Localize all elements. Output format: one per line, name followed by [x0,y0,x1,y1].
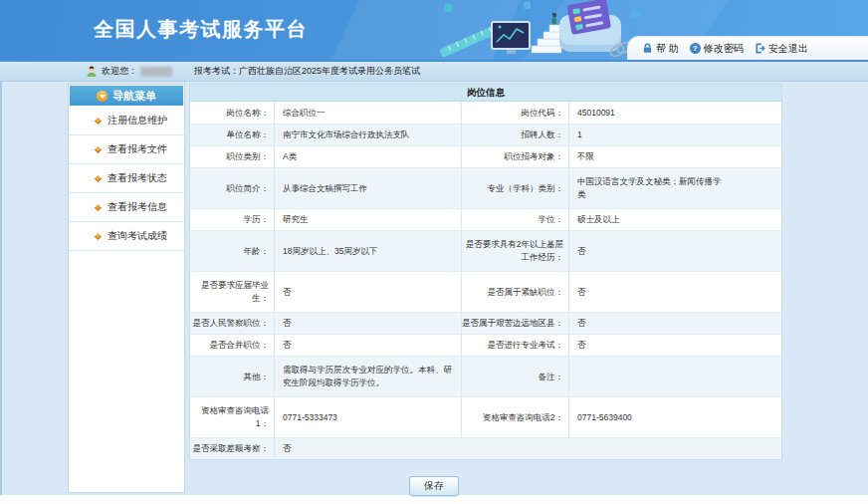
field-label: 学位： [461,209,568,230]
change-password-link[interactable]: ? 修改密码 [690,42,744,56]
field-label: 岗位名称： [190,102,274,124]
footer-strip [0,495,868,504]
table-row: 年龄： 18周岁以上、35周岁以下 是否要求具有2年以上基层工作经历： 否 [190,230,781,271]
table-row: 学历： 研究生 学位： 硕士及以上 [190,208,781,230]
sidebar: 导航菜单 注册信息维护 查看报考文件 查看报考状态 查看报考信息 查询考试成绩 [68,84,185,493]
field-label: 其他： [190,357,274,396]
stairs-icon [532,25,561,53]
field-label: 学历： [190,209,274,230]
person-icon [552,13,557,25]
menu-bullet-icon [95,232,102,239]
field-label: 职位招考对象： [461,146,568,167]
field-value: 否 [568,272,781,312]
sidebar-item-label: 查询考试成绩 [108,229,167,243]
field-value [568,357,781,396]
field-value: 综合职位一 [274,102,461,124]
table-row: 是否合并职位： 否 是否进行专业考试： 否 [190,334,781,356]
field-label: 备注： [461,357,568,396]
page-title: 全国人事考试服务平台 [94,16,308,43]
job-info-panel: 岗位信息 岗位名称： 综合职位一 岗位代码： 45010091 单位名称： 南宁… [189,84,782,460]
help-link-label: 帮 助 [656,42,679,56]
sidebar-item-label: 查看报考状态 [108,171,167,185]
table-row: 其他： 需取得与学历层次专业对应的学位。本科、研究生阶段均取得学历学位。 备注： [190,356,781,396]
sidebar-item[interactable]: 查看报考文件 [69,135,184,164]
table-row: 资格审查咨询电话1： 0771-5333473 资格审查咨询电话2： 0771-… [190,396,781,437]
cube-icon [523,1,531,9]
save-button[interactable]: 保存 [409,476,459,496]
field-value: 1 [568,125,781,145]
help-link[interactable]: 帮 助 [642,42,679,56]
sidebar-item[interactable]: 查看报考信息 [69,193,184,222]
menu-bullet-icon [95,203,102,210]
table-row: 单位名称： 南宁市文化市场综合行政执法支队 招聘人数： 1 [190,124,781,145]
cube-icon [443,3,453,13]
utility-bar: 帮 助 ? 修改密码 安全退出 [627,36,868,60]
logout-link[interactable]: 安全退出 [755,42,808,56]
field-value: 否 [274,335,461,356]
logout-label: 安全退出 [768,42,808,56]
sidebar-title: 导航菜单 [112,89,156,104]
exam-label: 报考考试： [194,66,239,76]
table-row: 是否采取差额考察： 否 [190,437,781,459]
sidebar-menu: 注册信息维护 查看报考文件 查看报考状态 查看报考信息 查询考试成绩 [69,107,184,251]
job-info-table: 岗位名称： 综合职位一 岗位代码： 45010091 单位名称： 南宁市文化市场… [190,102,781,459]
field-value: 从事综合文稿撰写工作 [274,168,461,208]
field-label: 招聘人数： [461,125,568,145]
table-row: 岗位名称： 综合职位一 岗位代码： 45010091 [190,102,781,124]
menu-bullet-icon [95,174,102,181]
field-value: 研究生 [274,209,461,230]
field-label: 资格审查咨询电话2： [461,397,568,437]
field-value: 否 [568,313,781,334]
lock-icon [642,43,653,54]
welcome-greeting-label: 欢迎您： [102,65,137,78]
exam-name: 广西壮族自治区2025年度考试录用公务员笔试 [239,66,420,76]
field-label: 是否合并职位： [190,335,274,356]
field-value: 硕士及以上 [568,209,781,230]
cube-icon [630,9,642,21]
table-row: 职位简介： 从事综合文稿撰写工作 专业（学科）类别： 中国汉语言文学及文秘类；新… [190,167,781,208]
field-label: 单位名称： [190,125,274,145]
page: 全国人事考试服务平台 [0,0,868,504]
user-name-redacted [140,67,172,77]
field-value: 南宁市文化市场综合行政执法支队 [274,125,461,145]
field-value: 否 [568,231,781,271]
field-value: 0771-5639400 [568,397,781,437]
avatar-icon [86,65,98,78]
welcome-bar: 欢迎您： 报考考试：广西壮族自治区2025年度考试录用公务员笔试 [0,62,868,82]
exit-icon [755,43,765,54]
field-label: 是否属于紧缺职位： [461,272,568,312]
question-icon: ? [690,43,701,54]
field-label: 是否要求应届毕业生： [190,272,274,312]
field-label: 是否人民警察职位： [190,313,274,334]
field-label: 是否进行专业考试： [461,335,568,356]
field-value: A类 [274,146,461,167]
field-value: 中国汉语言文学及文秘类；新闻传播学类 [568,168,781,208]
field-value: 需取得与学历层次专业对应的学位。本科、研究生阶段均取得学历学位。 [274,357,461,396]
table-caption: 岗位信息 [190,85,781,102]
change-password-label: 修改密码 [704,42,744,56]
table-row: 职位类别： A类 职位招考对象： 不限 [190,145,781,167]
nav-menu-icon [97,91,108,102]
menu-bullet-icon [95,117,102,124]
field-label: 岗位代码： [461,102,568,124]
field-label: 是否属于艰苦边远地区县： [461,313,568,334]
isometric-scene-graphic [436,0,650,62]
sidebar-item[interactable]: 注册信息维护 [69,107,184,135]
sidebar-item-label: 查看报考文件 [108,142,167,156]
field-label: 资格审查咨询电话1： [190,397,274,437]
field-value: 不限 [568,146,781,167]
field-label: 专业（学科）类别： [461,168,568,208]
sidebar-item[interactable]: 查询考试成绩 [69,222,184,251]
header-illustration [436,0,650,62]
table-row: 是否要求应届毕业生： 否 是否属于紧缺职位： 否 [190,271,781,312]
field-value: 45010091 [568,102,781,124]
menu-bullet-icon [95,145,102,152]
field-label: 职位类别： [190,146,274,167]
field-value: 0771-5333473 [274,397,461,437]
field-value: 18周岁以上、35周岁以下 [274,231,461,271]
header: 全国人事考试服务平台 [0,0,868,62]
sidebar-item[interactable]: 查看报考状态 [69,164,184,193]
field-label: 年龄： [190,231,274,271]
field-value: 否 [274,438,781,459]
sidebar-item-label: 查看报考信息 [108,200,167,214]
